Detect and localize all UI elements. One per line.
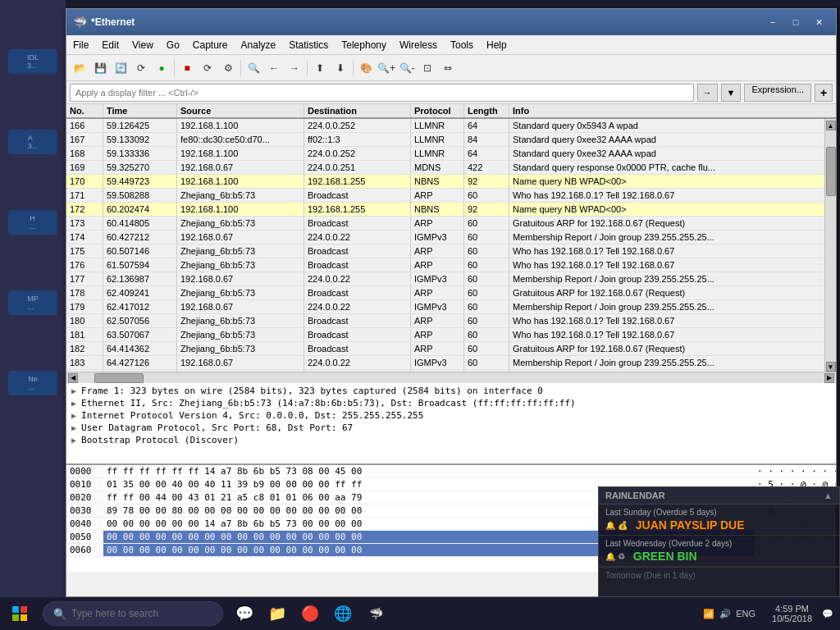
network-tray-icon[interactable]: 📶	[703, 609, 714, 619]
scrollbar-down-btn[interactable]: ▼	[826, 362, 836, 372]
hex-row[interactable]: 0000 ff ff ff ff ff ff 14 a7 8b 6b b5 73…	[66, 465, 836, 478]
toolbar-save-btn[interactable]: 💾	[90, 58, 110, 78]
taskbar-explorer-icon[interactable]: 📁	[262, 599, 292, 628]
table-row[interactable]: 182 64.414362 Zhejiang_6b:b5:73 Broadcas…	[66, 342, 824, 356]
table-row[interactable]: 183 64.427126 192.168.0.67 224.0.0.22 IG…	[66, 356, 824, 370]
table-row[interactable]: 178 62.409241 Zhejiang_6b:b5:73 Broadcas…	[66, 286, 824, 300]
hscrollbar-thumb[interactable]	[94, 373, 144, 383]
tree-item[interactable]: ▶Frame 1: 323 bytes on wire (2584 bits),…	[68, 385, 834, 397]
cell-dest: 224.0.0.22	[304, 272, 411, 285]
toolbar-zoom-out[interactable]: 🔍-	[397, 58, 417, 78]
cell-no: 181	[66, 328, 103, 341]
cell-no: 179	[66, 300, 103, 313]
filter-dropdown-btn[interactable]: ▼	[721, 84, 742, 102]
close-button[interactable]: ✕	[808, 13, 829, 31]
scrollbar-up-btn[interactable]: ▲	[826, 121, 836, 130]
language-tray[interactable]: ENG	[736, 609, 756, 619]
toolbar-restart-btn[interactable]: ⟳	[198, 58, 217, 78]
toolbar-scroll-top[interactable]: ⬆	[310, 58, 330, 78]
scrollbar-thumb[interactable]	[826, 147, 836, 196]
toolbar-zoom-in[interactable]: 🔍+	[377, 58, 396, 78]
table-row[interactable]: 167 59.133092 fe80::dc30:ce50:d70... ff0…	[66, 133, 824, 147]
taskbar-browser-icon[interactable]: 🔴	[295, 599, 325, 628]
start-button[interactable]	[0, 597, 39, 630]
table-row[interactable]: 181 63.507067 Zhejiang_6b:b5:73 Broadcas…	[66, 328, 824, 342]
maximize-button[interactable]: □	[785, 13, 806, 31]
toolbar-options-btn[interactable]: ⚙	[218, 58, 238, 78]
expression-button[interactable]: Expression...	[744, 84, 811, 102]
packet-list-vscrollbar[interactable]: ▲ ▼	[824, 119, 836, 372]
table-row[interactable]: 171 59.508288 Zhejiang_6b:b5:73 Broadcas…	[66, 189, 824, 203]
volume-tray-icon[interactable]: 🔊	[719, 609, 731, 619]
tree-item[interactable]: ▶Internet Protocol Version 4, Src: 0.0.0…	[68, 409, 834, 422]
tree-item[interactable]: ▶Bootstrap Protocol (Discover)	[68, 434, 834, 446]
tree-item[interactable]: ▶Ethernet II, Src: Zhejiang_6b:b5:73 (14…	[68, 397, 834, 409]
tree-arrow[interactable]: ▶	[71, 411, 76, 420]
taskbar-network-icon[interactable]: 🌐	[328, 599, 358, 628]
tree-arrow[interactable]: ▶	[71, 423, 76, 432]
table-row[interactable]: 180 62.507056 Zhejiang_6b:b5:73 Broadcas…	[66, 314, 824, 328]
table-row[interactable]: 177 62.136987 192.168.0.67 224.0.0.22 IG…	[66, 272, 824, 286]
menu-file[interactable]: File	[66, 35, 95, 55]
notification-icon[interactable]: 💬	[822, 609, 833, 619]
filter-arrow-btn[interactable]: →	[697, 84, 718, 102]
toolbar-stop-btn[interactable]: ■	[177, 58, 197, 78]
menu-edit[interactable]: Edit	[95, 35, 126, 55]
menu-tools[interactable]: Tools	[444, 35, 480, 55]
tree-item[interactable]: ▶User Datagram Protocol, Src Port: 68, D…	[68, 422, 834, 434]
hscrollbar-right-btn[interactable]: ▶	[824, 373, 834, 383]
tree-arrow[interactable]: ▶	[71, 399, 76, 408]
toolbar-back-btn[interactable]: ←	[264, 58, 284, 78]
table-row[interactable]: 172 60.202474 192.168.1.100 192.168.1.25…	[66, 203, 824, 217]
menu-statistics[interactable]: Statistics	[282, 35, 335, 55]
toolbar-scroll-bottom[interactable]: ⬇	[331, 58, 350, 78]
taskbar-cortana-icon[interactable]: 💬	[230, 599, 259, 628]
table-row[interactable]: 169 59.325270 192.168.0.67 224.0.0.251 M…	[66, 161, 824, 175]
toolbar-close-btn[interactable]: 🔄	[111, 58, 130, 78]
hscrollbar-left-btn[interactable]: ◀	[68, 373, 78, 383]
toolbar-open-btn[interactable]: 📂	[70, 58, 89, 78]
search-input[interactable]	[71, 608, 203, 619]
menu-telephony[interactable]: Telephony	[335, 35, 393, 55]
toolbar-filter-apply[interactable]: 🔍	[244, 58, 263, 78]
cell-no: 172	[66, 203, 103, 216]
toolbar-forward-btn[interactable]: →	[285, 58, 304, 78]
tree-arrow[interactable]: ▶	[71, 436, 76, 445]
menu-view[interactable]: View	[126, 35, 160, 55]
table-row[interactable]: 175 60.507146 Zhejiang_6b:b5:73 Broadcas…	[66, 244, 824, 258]
menu-analyze[interactable]: Analyze	[235, 35, 283, 55]
table-row[interactable]: 168 59.133336 192.168.1.100 224.0.0.252 …	[66, 147, 824, 161]
table-row[interactable]: 173 60.414805 Zhejiang_6b:b5:73 Broadcas…	[66, 217, 824, 231]
table-row[interactable]: 174 60.427212 192.168.0.67 224.0.0.22 IG…	[66, 231, 824, 244]
clock[interactable]: 4:59 PM 10/5/2018	[765, 604, 819, 623]
taskbar-app-icons: 💬 📁 🔴 🌐 🦈	[230, 599, 390, 628]
cell-dest: Broadcast	[304, 258, 411, 272]
rainlendar-event-item: Last Sunday (Overdue 5 days) 🔔 💰 JUAN PA…	[599, 504, 839, 536]
cell-dest: 224.0.0.252	[304, 119, 411, 132]
cell-source: Zhejiang_6b:b5:73	[177, 342, 304, 355]
minimize-button[interactable]: −	[762, 13, 783, 31]
taskbar-search-box[interactable]: 🔍	[43, 601, 223, 626]
taskbar-wireshark-icon[interactable]: 🦈	[361, 599, 390, 628]
rainlendar-scroll-up[interactable]: ▲	[824, 491, 833, 500]
menu-capture[interactable]: Capture	[186, 35, 235, 55]
table-row[interactable]: 179 62.417012 192.168.0.67 224.0.0.22 IG…	[66, 300, 824, 314]
menu-wireless[interactable]: Wireless	[393, 35, 444, 55]
toolbar-reload-btn[interactable]: ⟳	[131, 58, 151, 78]
tree-arrow[interactable]: ▶	[71, 386, 76, 395]
menu-help[interactable]: Help	[480, 35, 514, 55]
table-row[interactable]: 166 59.126425 192.168.1.100 224.0.0.252 …	[66, 119, 824, 133]
cell-dest: 224.0.0.22	[304, 231, 411, 244]
cell-len: 422	[464, 161, 509, 174]
packet-list-hscrollbar[interactable]: ◀ ▶	[66, 372, 836, 383]
table-row[interactable]: 176 61.507594 Zhejiang_6b:b5:73 Broadcas…	[66, 258, 824, 272]
add-filter-button[interactable]: +	[815, 84, 833, 102]
toolbar-zoom-reset[interactable]: ⊡	[418, 58, 437, 78]
cell-dest: 224.0.0.251	[304, 161, 411, 174]
display-filter-input[interactable]	[70, 84, 694, 102]
menu-go[interactable]: Go	[160, 35, 186, 55]
table-row[interactable]: 170 59.449723 192.168.1.100 192.168.1.25…	[66, 175, 824, 189]
toolbar-color-btn[interactable]: 🎨	[356, 58, 376, 78]
toolbar-resize-col[interactable]: ⇔	[438, 58, 458, 78]
toolbar-capture-btn[interactable]: ●	[152, 58, 171, 78]
